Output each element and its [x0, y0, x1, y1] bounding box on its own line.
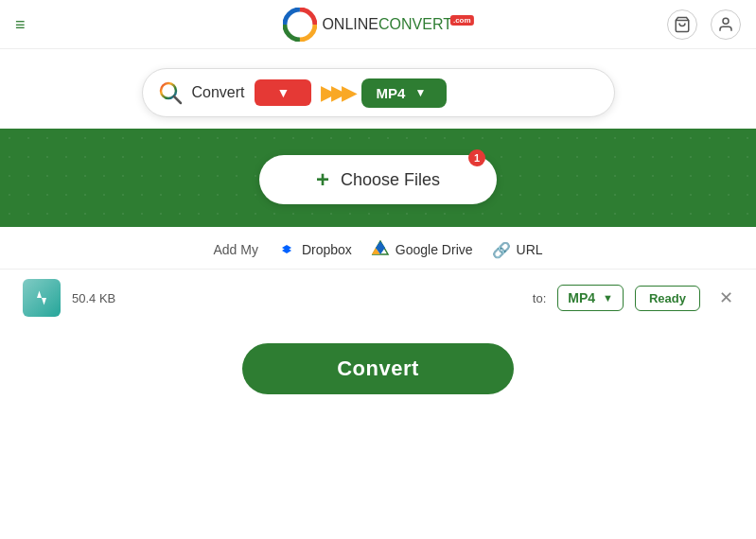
dropbox-button[interactable]: Dropbox	[277, 240, 352, 259]
arrow-chevrons: ▶▶▶	[321, 81, 352, 104]
file-format-select[interactable]: MP4 ▼	[557, 285, 624, 311]
header-right	[667, 9, 741, 40]
logo-circle-icon	[282, 8, 316, 42]
dropbox-label: Dropbox	[302, 242, 352, 257]
user-icon[interactable]	[711, 9, 741, 40]
file-count-badge: 1	[468, 149, 485, 166]
header: ≡ ONLINECONVERT.com	[0, 0, 756, 49]
convert-button[interactable]: Convert	[242, 343, 514, 394]
dropdown-chevron-green: ▼	[414, 86, 426, 99]
target-format-dropdown[interactable]: MP4 ▼	[361, 78, 447, 108]
logo-convert: CONVERT	[378, 16, 452, 32]
logo-text: ONLINECONVERT.com	[322, 16, 473, 33]
svg-point-2	[723, 18, 729, 24]
svg-line-4	[174, 96, 181, 103]
add-my-label: Add My	[213, 242, 257, 257]
file-item-row: 50.4 KB to: MP4 ▼ Ready ✕	[0, 269, 756, 326]
choose-files-label: Choose Files	[341, 170, 440, 190]
file-thumbnail	[23, 279, 61, 317]
choose-files-button[interactable]: + Choose Files 1	[259, 155, 497, 204]
drop-zone-section: + Choose Files 1	[0, 129, 756, 227]
to-label: to:	[533, 291, 546, 305]
logo-online: ONLINE	[322, 16, 378, 32]
header-left: ≡	[15, 16, 26, 33]
hamburger-icon[interactable]: ≡	[15, 16, 26, 33]
file-format-chevron: ▼	[603, 292, 613, 304]
url-button[interactable]: 🔗 URL	[492, 241, 543, 259]
google-drive-label: Google Drive	[396, 242, 473, 257]
logo-com-badge: .com	[450, 15, 474, 26]
search-icon	[158, 80, 183, 105]
dropbox-icon	[277, 240, 296, 259]
add-my-section: Add My Dropbox Google Drive 🔗 URL	[0, 227, 756, 269]
file-format-value: MP4	[568, 290, 595, 305]
dropdown-chevron-red: ▼	[277, 85, 290, 100]
cart-icon[interactable]	[667, 9, 697, 40]
source-format-dropdown[interactable]: ▼	[255, 79, 311, 106]
file-size: 50.4 KB	[72, 291, 521, 305]
plus-icon: +	[316, 166, 329, 193]
logo-container: ONLINECONVERT.com	[282, 8, 473, 42]
search-bar-container: Convert ▼ ▶▶▶ MP4 ▼	[0, 49, 756, 129]
close-file-button[interactable]: ✕	[719, 287, 733, 308]
url-label: URL	[517, 242, 543, 257]
convert-section: Convert	[0, 326, 756, 411]
google-drive-button[interactable]: Google Drive	[371, 240, 473, 259]
search-bar: Convert ▼ ▶▶▶ MP4 ▼	[142, 68, 615, 117]
ready-badge: Ready	[635, 286, 700, 311]
target-format-value: MP4	[377, 85, 406, 101]
arrows-icon: ▶▶▶	[321, 81, 352, 104]
google-drive-icon	[371, 240, 390, 259]
url-icon: 🔗	[492, 241, 511, 259]
convert-label: Convert	[192, 84, 245, 101]
